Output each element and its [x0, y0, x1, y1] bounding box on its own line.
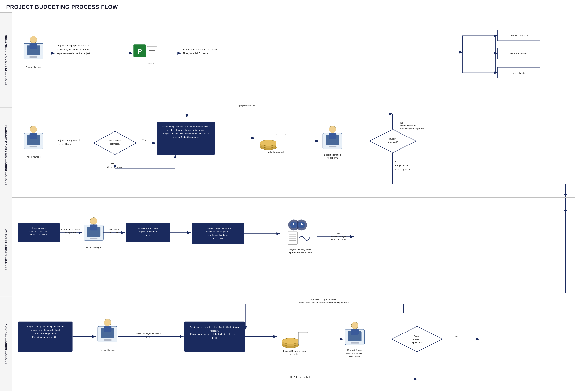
- svg-text:Want to use: Want to use: [109, 139, 121, 142]
- svg-rect-98: [18, 223, 60, 243]
- svg-text:Project Manager is tracking: Project Manager is tracking: [32, 336, 58, 338]
- tracking-icon: 👁 👁: [288, 220, 310, 244]
- svg-text:estimates?: estimates?: [110, 143, 120, 145]
- svg-rect-107: [90, 238, 97, 239]
- svg-text:Budget is created: Budget is created: [267, 151, 284, 153]
- svg-text:P: P: [137, 47, 142, 55]
- svg-text:expense actuals are: expense actuals are: [29, 230, 48, 232]
- svg-text:schedules, resources, material: schedules, resources, materials,: [57, 48, 90, 51]
- lane2-svg: Use project estimates Project Manager Pr…: [12, 102, 575, 197]
- svg-rect-45: [30, 133, 37, 139]
- svg-text:need: need: [212, 337, 217, 339]
- svg-text:Revised Budget version: Revised Budget version: [283, 350, 306, 352]
- svg-text:and forecast updated: and forecast updated: [208, 234, 228, 236]
- svg-rect-159: [103, 326, 111, 332]
- svg-text:calculated per budget line: calculated per budget line: [206, 230, 230, 233]
- svg-text:Project manager creates: Project manager creates: [57, 139, 82, 142]
- svg-text:Budget is being tracked agains: Budget is being tracked against actuals: [26, 325, 64, 328]
- svg-text:is called Budget line details.: is called Budget line details.: [173, 136, 199, 138]
- svg-text:is created: is created: [290, 353, 299, 355]
- svg-text:👁: 👁: [300, 223, 303, 227]
- svg-text:Budget submitted: Budget submitted: [324, 154, 341, 156]
- svg-point-44: [30, 126, 37, 133]
- svg-text:Time Estimates: Time Estimates: [511, 72, 526, 74]
- svg-text:Project: Project: [148, 62, 154, 65]
- svg-text:Project Manager can edit the b: Project Manager can edit the budget vers…: [190, 333, 239, 335]
- svg-text:Actuals are matched: Actuals are matched: [138, 227, 158, 230]
- swim-label-2: PROJECT BUDGET CREATION & APPROVAL: [0, 107, 12, 202]
- svg-text:in approved state: in approved state: [330, 238, 346, 241]
- svg-point-184: [351, 322, 358, 329]
- svg-text:for approval: for approval: [65, 231, 76, 234]
- svg-text:Create manualy: Create manualy: [107, 166, 122, 168]
- step1-text: Project manager plans the tasks,: [57, 44, 91, 47]
- svg-text:against the budget: against the budget: [139, 230, 157, 233]
- svg-point-172: [282, 338, 299, 344]
- pm-label-1: Project Manager: [25, 66, 41, 68]
- svg-text:on which the project needs to : on which the project needs to be tracked: [167, 129, 205, 131]
- swim-labels: PROJECT PLANNING & ESTIMATION PROJECT BU…: [0, 12, 12, 391]
- svg-point-3: [30, 36, 37, 43]
- svg-rect-77: [329, 146, 336, 147]
- svg-text:lines: lines: [146, 234, 150, 236]
- svg-text:Create a new revised version o: Create a new revised version of project …: [190, 326, 240, 328]
- svg-text:Time, material,: Time, material,: [32, 227, 46, 229]
- svg-rect-109: [90, 224, 97, 230]
- svg-text:Use project estimates: Use project estimates: [235, 104, 256, 107]
- revised-submitted-icon: [345, 322, 365, 345]
- svg-text:Variances are being calculated: Variances are being calculated: [31, 329, 60, 331]
- svg-text:Only forecasts are editable: Only forecasts are editable: [287, 251, 312, 253]
- svg-rect-173: [298, 332, 308, 345]
- svg-text:👁: 👁: [292, 223, 295, 227]
- svg-text:No Edit and resubmit: No Edit and resubmit: [290, 376, 310, 378]
- svg-text:Yes: Yes: [336, 232, 340, 235]
- svg-point-108: [90, 218, 97, 225]
- svg-rect-79: [329, 133, 336, 139]
- svg-text:Actual vs budget variance is: Actual vs budget variance is: [205, 227, 231, 230]
- svg-text:Budget moves: Budget moves: [395, 164, 408, 167]
- svg-point-158: [104, 319, 111, 326]
- pm-figure-2: [24, 126, 43, 149]
- svg-text:Budget: Budget: [389, 138, 396, 140]
- page: PROJECT BUDGETING PROCESS FLOW PROJECT P…: [0, 0, 575, 392]
- page-title: PROJECT BUDGETING PROCESS FLOW: [0, 0, 575, 12]
- revised-budget-icon: [282, 332, 308, 348]
- svg-text:approved: approved: [110, 231, 119, 234]
- svg-text:Yes: Yes: [454, 335, 458, 338]
- svg-text:Budget: Budget: [414, 335, 421, 337]
- svg-text:Revision: Revision: [413, 338, 421, 341]
- svg-point-66: [260, 140, 277, 146]
- svg-rect-183: [351, 342, 359, 344]
- svg-text:No: No: [111, 162, 114, 165]
- svg-rect-185: [351, 329, 359, 335]
- svg-text:Revised Budget: Revised Budget: [347, 349, 362, 351]
- submitted-icon: [323, 126, 342, 149]
- svg-text:Yes: Yes: [395, 161, 398, 163]
- svg-text:to tracking mode: to tracking mode: [395, 168, 410, 171]
- lane-creation: Use project estimates Project Manager Pr…: [12, 102, 575, 198]
- svg-text:for approval: for approval: [349, 356, 360, 358]
- svg-text:Project Manager: Project Manager: [100, 349, 116, 351]
- lane4-svg: Approved budget version's forecasts are …: [12, 293, 575, 391]
- svg-text:Actuals are submitted: Actuals are submitted: [60, 228, 81, 231]
- svg-text:for approval: for approval: [327, 157, 338, 159]
- svg-text:Time, Material, Expense: Time, Material, Expense: [183, 52, 208, 55]
- swim-lanes: Project Manager Project manager plans th…: [12, 12, 575, 391]
- svg-text:Project Manager: Project Manager: [86, 246, 102, 249]
- swim-label-1: PROJECT PLANNING & ESTIMATION: [0, 12, 12, 107]
- svg-text:created on project: created on project: [30, 233, 47, 236]
- svg-rect-2: [30, 56, 37, 58]
- svg-text:forecasts are used as base for: forecasts are used as base for revision …: [298, 301, 349, 304]
- svg-text:a project budget: a project budget: [57, 143, 73, 146]
- svg-text:Budget in tracking mode: Budget in tracking mode: [288, 248, 311, 251]
- lane3-svg: Time, material, expense actuals are crea…: [12, 198, 575, 293]
- svg-text:submit again for approval: submit again for approval: [401, 127, 425, 130]
- svg-text:expenses needed for the projec: expenses needed for the project.: [57, 52, 91, 55]
- svg-text:Project manager decides to: Project manager decides to: [135, 332, 162, 335]
- svg-text:Approved?: Approved?: [388, 141, 398, 143]
- lane-revision: Approved budget version's forecasts are …: [12, 293, 575, 391]
- svg-text:Estimations are created for Pr: Estimations are created for Project: [183, 48, 219, 51]
- pm-figure-4: [98, 319, 117, 342]
- svg-text:Forecasts being updated: Forecasts being updated: [33, 333, 57, 335]
- svg-text:Budget per line is also distri: Budget per line is also distributed over…: [162, 132, 209, 135]
